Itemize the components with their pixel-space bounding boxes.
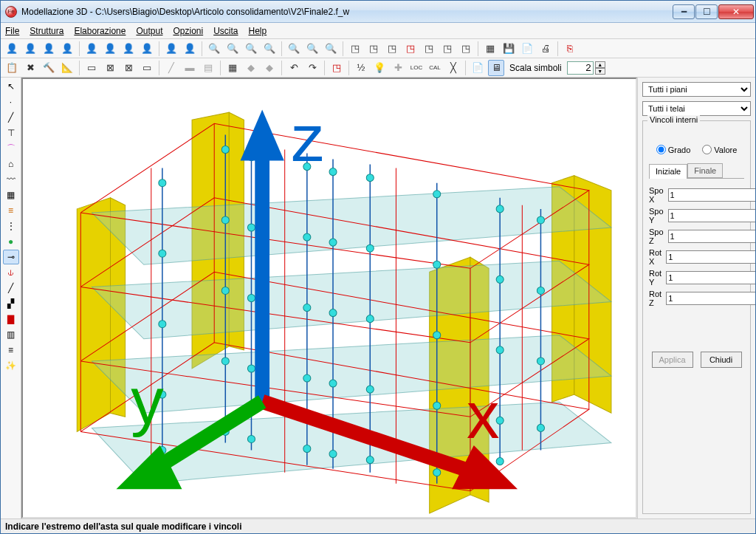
cursor-icon[interactable]: ↖ [3,79,19,94]
input-roty[interactable] [666,271,756,284]
close-button[interactable]: Chiudi [701,352,742,368]
cube-icon[interactable]: ◳ [458,41,474,57]
undo-icon[interactable]: ↶ [286,60,302,76]
input-spox[interactable] [668,188,756,202]
doc-icon[interactable]: 📄 [470,60,486,76]
layer-icon[interactable]: ◆ [261,60,278,76]
tool-icon[interactable]: 🔨 [41,60,57,76]
tool-icon[interactable]: 👤 [41,41,57,57]
bars-icon[interactable]: ≡ [3,203,19,218]
option-icon[interactable]: ½ [353,60,369,76]
bulb-icon[interactable]: 💡 [371,60,388,76]
zoom-icon[interactable]: 🔍 [304,41,320,57]
input-spoz[interactable] [668,230,756,243]
zoom-in-icon[interactable]: 🔍 [224,41,241,57]
line2-icon[interactable]: ╱ [3,281,19,295]
tool-icon[interactable]: 👤 [83,41,100,57]
print-icon[interactable]: 🖨 [537,41,554,57]
plus-icon[interactable]: ✚ [390,60,406,76]
table-icon[interactable]: ▦ [224,60,241,76]
arc-icon[interactable]: ⌒ [3,141,19,156]
tool-icon[interactable]: 👤 [22,41,38,57]
cube-icon[interactable]: ◳ [365,41,382,57]
wand-icon[interactable]: ✨ [3,358,19,373]
select-telai[interactable]: Tutti i telai [642,101,751,116]
menu-help[interactable]: Help [249,26,267,36]
menu-file[interactable]: File [5,26,19,36]
input-spoy[interactable] [668,209,756,222]
select-piani[interactable]: Tutti i piani [642,82,751,97]
cube-icon[interactable]: ◳ [421,41,437,57]
support-icon[interactable]: ⫝ [3,265,19,280]
viewport-3d[interactable]: .wall { fill:#e6d200; stroke:#b8a800; st… [21,78,637,518]
cube-icon[interactable]: ◳ [439,41,456,57]
zoom-window-icon[interactable]: 🔍 [261,41,278,57]
gradient-icon[interactable]: ▞ [3,296,19,311]
redo-icon[interactable]: ↷ [304,60,320,76]
input-rotx[interactable] [666,250,756,264]
cube-icon[interactable]: ◳ [402,41,419,57]
point-icon[interactable]: · [3,95,19,109]
monitor-icon[interactable]: 🖥 [488,60,504,76]
tool-icon[interactable]: 👤 [4,41,20,57]
select-icon[interactable]: ▭ [139,60,155,76]
cube-icon[interactable]: ◳ [384,41,400,57]
circle-icon[interactable]: ● [3,234,19,249]
shape-icon[interactable]: ▬ [182,60,198,76]
menu-struttura[interactable]: Struttura [30,26,63,36]
node-icon[interactable]: ⊤ [3,126,19,140]
menu-elaborazione[interactable]: Elaborazione [74,26,126,36]
paste-icon[interactable]: 📋 [4,60,20,76]
zoom-icon[interactable]: 🔍 [286,41,302,57]
radio-grado[interactable]: Grado [656,145,691,154]
menu-opzioni[interactable]: Opzioni [173,26,203,36]
grid-icon[interactable]: ▦ [3,188,19,202]
select-icon[interactable]: ▭ [83,60,100,76]
zoom-fit-icon[interactable]: 🔍 [243,41,259,57]
radio-valore[interactable]: Valore [702,145,737,154]
text-icon[interactable]: LOC [408,60,425,76]
tab-finale[interactable]: Finale [687,163,723,178]
menu-output[interactable]: Output [136,26,162,36]
roof-icon[interactable]: ⌂ [3,157,19,171]
scala-spinner[interactable]: ▲▼ [595,61,605,75]
tool-icon[interactable]: 👤 [59,41,75,57]
text-icon[interactable]: CAL [427,60,443,76]
save-icon[interactable]: 💾 [501,41,517,57]
tool-icon[interactable]: 👤 [120,41,137,57]
zoom-icon[interactable]: 🔍 [323,41,339,57]
line-icon[interactable]: ╱ [163,60,179,76]
minimize-button[interactable]: ━ [673,4,695,19]
bars2-icon[interactable]: ▥ [3,327,19,342]
bars3-icon[interactable]: ≡ [3,343,19,357]
grid-icon[interactable]: ▦ [482,41,498,57]
cube-icon[interactable]: ◳ [347,41,363,57]
input-rotz[interactable] [666,292,756,305]
zoom-out-icon[interactable]: 🔍 [206,41,222,57]
block-icon[interactable]: ▇ [3,312,19,326]
select-icon[interactable]: ⊠ [102,60,118,76]
wave-icon[interactable]: 〰 [3,172,19,187]
tool-icon[interactable]: 📐 [59,60,75,76]
grid-icon[interactable]: ▤ [200,60,216,76]
layer-icon[interactable]: ◆ [243,60,259,76]
close-button[interactable]: ✕ [718,4,754,19]
cube-red-icon[interactable]: ◳ [329,60,345,76]
maximize-button[interactable]: ☐ [695,4,718,19]
select-icon[interactable]: ⊠ [120,60,137,76]
toggle-icon[interactable]: ⎘ [562,41,578,57]
constraint-icon[interactable]: ⊸ [3,250,19,264]
menu-uscita[interactable]: Uscita [213,26,238,36]
tool-icon[interactable]: 👤 [102,41,118,57]
tool-icon[interactable]: 👤 [139,41,155,57]
delete-icon[interactable]: ✖ [22,60,38,76]
scala-input[interactable] [567,61,594,75]
tool-icon[interactable]: 👤 [163,41,179,57]
tool-icon[interactable]: 👤 [182,41,198,57]
export-icon[interactable]: 📄 [519,41,535,57]
dots-icon[interactable]: ⋮ [3,219,19,233]
axis-icon[interactable]: ╳ [445,60,461,76]
line-icon[interactable]: ╱ [3,110,19,125]
tab-iniziale[interactable]: Iniziale [649,164,687,179]
apply-button[interactable]: Applica [652,352,693,368]
